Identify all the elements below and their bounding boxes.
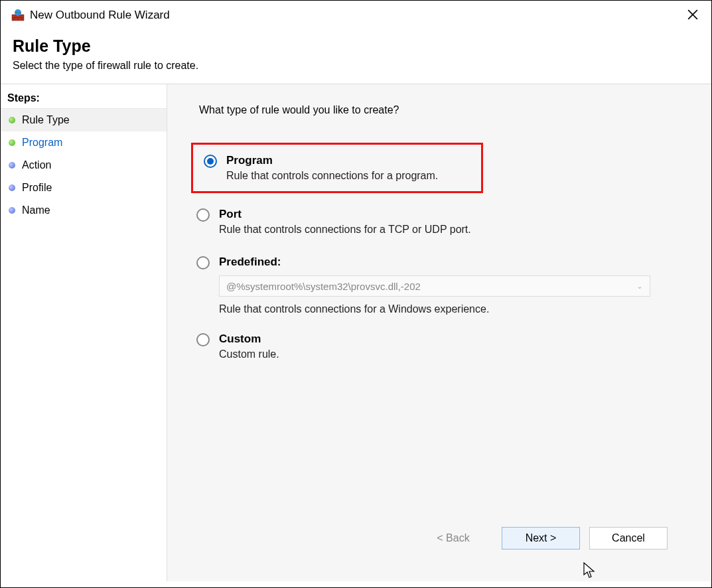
radio-port[interactable] bbox=[196, 208, 210, 222]
option-custom[interactable]: Custom Custom rule. bbox=[191, 330, 687, 363]
option-desc: Rule that controls connections for a Win… bbox=[219, 303, 682, 315]
main-split: Steps: Rule Type Program Action Profile … bbox=[1, 84, 711, 581]
bullet-icon bbox=[9, 162, 15, 169]
step-label: Action bbox=[22, 159, 51, 171]
step-label: Program bbox=[22, 137, 62, 149]
step-action[interactable]: Action bbox=[1, 154, 167, 177]
option-label: Port bbox=[219, 208, 471, 221]
option-label: Predefined: bbox=[219, 256, 682, 269]
prompt-text: What type of rule would you like to crea… bbox=[191, 104, 687, 116]
steps-sidebar: Steps: Rule Type Program Action Profile … bbox=[1, 84, 167, 581]
highlight-program: Program Rule that controls connections f… bbox=[191, 143, 483, 193]
option-desc: Rule that controls connections for a pro… bbox=[226, 170, 438, 182]
heading-area: Rule Type Select the type of firewall ru… bbox=[1, 30, 711, 84]
step-name[interactable]: Name bbox=[1, 199, 167, 222]
option-label: Custom bbox=[219, 332, 279, 346]
option-desc: Custom rule. bbox=[219, 348, 279, 360]
step-label: Name bbox=[22, 204, 50, 216]
step-profile[interactable]: Profile bbox=[1, 177, 167, 199]
step-program[interactable]: Program bbox=[1, 131, 167, 154]
option-program[interactable]: Program Rule that controls connections f… bbox=[198, 151, 476, 184]
content-panel: What type of rule would you like to crea… bbox=[167, 84, 711, 581]
back-button: < Back bbox=[414, 527, 492, 550]
predefined-combo[interactable]: @%systemroot%\system32\provsvc.dll,-202 … bbox=[219, 275, 650, 297]
radio-program[interactable] bbox=[204, 155, 217, 168]
option-desc: Rule that controls connections for a TCP… bbox=[219, 224, 471, 236]
chevron-down-icon: ⌄ bbox=[636, 281, 643, 291]
page-subtitle: Select the type of firewall rule to crea… bbox=[13, 60, 699, 72]
option-texts: Program Rule that controls connections f… bbox=[226, 154, 438, 182]
radio-custom[interactable] bbox=[196, 333, 210, 346]
option-texts: Predefined: @%systemroot%\system32\provs… bbox=[219, 256, 682, 315]
option-predefined[interactable]: Predefined: @%systemroot%\system32\provs… bbox=[191, 253, 687, 318]
page-title: Rule Type bbox=[13, 37, 699, 56]
footer-buttons: < Back Next > Cancel bbox=[191, 516, 687, 568]
firewall-icon bbox=[11, 9, 25, 22]
step-rule-type[interactable]: Rule Type bbox=[1, 109, 167, 131]
step-label: Profile bbox=[22, 182, 52, 194]
bullet-icon bbox=[9, 207, 15, 214]
options-group: Program Rule that controls connections f… bbox=[191, 143, 687, 516]
combo-value: @%systemroot%\system32\provsvc.dll,-202 bbox=[226, 281, 421, 292]
close-button[interactable] bbox=[682, 6, 703, 25]
option-label: Program bbox=[226, 154, 438, 167]
bullet-icon bbox=[9, 139, 15, 146]
bullet-icon bbox=[9, 117, 15, 123]
titlebar: New Outbound Rule Wizard bbox=[1, 1, 711, 30]
window-title: New Outbound Rule Wizard bbox=[30, 9, 170, 22]
titlebar-left: New Outbound Rule Wizard bbox=[11, 9, 170, 22]
bullet-icon bbox=[9, 184, 15, 191]
option-texts: Port Rule that controls connections for … bbox=[219, 208, 471, 236]
option-texts: Custom Custom rule. bbox=[219, 332, 279, 360]
cancel-button[interactable]: Cancel bbox=[589, 527, 668, 550]
step-label: Rule Type bbox=[22, 114, 70, 126]
radio-predefined[interactable] bbox=[196, 256, 210, 269]
steps-header: Steps: bbox=[1, 91, 167, 109]
option-port[interactable]: Port Rule that controls connections for … bbox=[191, 205, 687, 238]
next-button[interactable]: Next > bbox=[502, 527, 580, 550]
